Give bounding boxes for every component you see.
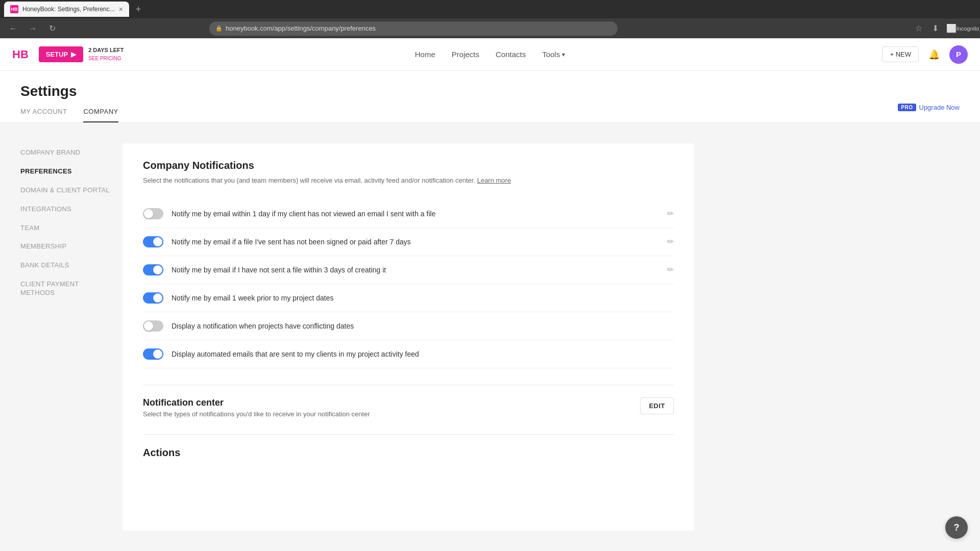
notif-center-title: Notification center bbox=[143, 397, 370, 408]
browser-chrome: HB HoneyBook: Settings, Preferenc... × +… bbox=[0, 0, 980, 38]
sidebar-item-preferences[interactable]: PREFERENCES bbox=[20, 162, 110, 181]
tab-favicon: HB bbox=[10, 5, 18, 13]
main-nav: Home Projects Contacts Tools ▾ bbox=[415, 50, 565, 59]
address-actions: ☆ ⬇ ⬜ Incognito bbox=[913, 22, 974, 35]
tab-bar: HB HoneyBook: Settings, Preferenc... × + bbox=[0, 0, 980, 18]
edit-icon-2[interactable]: ✏ bbox=[667, 237, 674, 246]
sidebar-item-team[interactable]: TEAM bbox=[20, 219, 110, 238]
toggle-3[interactable] bbox=[143, 264, 163, 276]
notification-center-section: Notification center Select the types of … bbox=[143, 385, 674, 418]
actions-title: Actions bbox=[143, 447, 674, 459]
toggle-1[interactable] bbox=[143, 208, 163, 219]
toggle-label-1: Notify me by email within 1 day if my cl… bbox=[172, 210, 435, 218]
pro-badge: PRO bbox=[898, 104, 916, 111]
toggle-left-4: Notify me by email 1 week prior to my pr… bbox=[143, 292, 333, 304]
settings-tabs: MY ACCOUNT COMPANY PRO Upgrade Now bbox=[20, 108, 960, 122]
main-content: Settings MY ACCOUNT COMPANY PRO Upgrade … bbox=[0, 71, 980, 551]
avatar[interactable]: P bbox=[949, 45, 968, 64]
notifications-section-desc: Select the notifications that you (and t… bbox=[143, 176, 674, 186]
notif-center-header: Notification center Select the types of … bbox=[143, 397, 674, 418]
tab-company[interactable]: COMPANY bbox=[83, 108, 118, 122]
toggle-6[interactable] bbox=[143, 348, 163, 360]
nav-contacts[interactable]: Contacts bbox=[496, 50, 526, 59]
toggle-left-1: Notify me by email within 1 day if my cl… bbox=[143, 208, 435, 219]
toggle-2[interactable] bbox=[143, 236, 163, 247]
toggle-row-1: Notify me by email within 1 day if my cl… bbox=[143, 200, 674, 228]
toggle-left-2: Notify me by email if a file I've sent h… bbox=[143, 236, 411, 247]
toggle-thumb-6 bbox=[153, 349, 162, 359]
toggle-thumb-1 bbox=[144, 209, 153, 218]
star-icon[interactable]: ☆ bbox=[913, 22, 925, 35]
edit-icon-1[interactable]: ✏ bbox=[667, 209, 674, 218]
forward-button[interactable]: → bbox=[26, 21, 40, 36]
setup-label: SETUP bbox=[46, 51, 68, 58]
app-header: HB SETUP ▶ 2 DAYS LEFT SEE PRICING Home … bbox=[0, 38, 980, 71]
nav-home[interactable]: Home bbox=[415, 50, 435, 59]
notifications-section-title: Company Notifications bbox=[143, 160, 674, 171]
edit-notification-center-button[interactable]: EDIT bbox=[640, 397, 674, 414]
new-tab-button[interactable]: + bbox=[131, 2, 145, 16]
learn-more-link[interactable]: Learn more bbox=[477, 177, 511, 184]
header-actions: + NEW 🔔 P bbox=[882, 45, 968, 64]
notification-button[interactable]: 🔔 bbox=[925, 45, 943, 64]
edit-icon-3[interactable]: ✏ bbox=[667, 265, 674, 274]
notif-center-text: Notification center Select the types of … bbox=[143, 397, 370, 418]
url-input[interactable]: 🔒 honeybook.com/app/settings/company/pre… bbox=[209, 21, 618, 36]
tab-title: HoneyBook: Settings, Preferenc... bbox=[22, 6, 115, 13]
toggle-label-6: Display automated emails that are sent t… bbox=[172, 350, 419, 358]
tab-close-button[interactable]: × bbox=[119, 5, 123, 13]
trial-info: 2 DAYS LEFT SEE PRICING bbox=[88, 46, 124, 62]
toggle-row-3: Notify me by email if I have not sent a … bbox=[143, 256, 674, 284]
setup-button[interactable]: SETUP ▶ bbox=[39, 46, 83, 62]
tools-chevron-icon: ▾ bbox=[562, 51, 565, 58]
body-layout: COMPANY BRAND PREFERENCES DOMAIN & CLIEN… bbox=[0, 123, 715, 551]
sidebar-item-bank-details[interactable]: BANK DETAILS bbox=[20, 256, 110, 275]
toggle-thumb-4 bbox=[153, 293, 162, 303]
help-button[interactable]: ? bbox=[945, 516, 968, 539]
toggle-row-5: Display a notification when projects hav… bbox=[143, 312, 674, 340]
sidebar-item-domain-client-portal[interactable]: DOMAIN & CLIENT PORTAL bbox=[20, 181, 110, 200]
active-tab[interactable]: HB HoneyBook: Settings, Preferenc... × bbox=[4, 2, 129, 17]
app-logo: HB bbox=[12, 48, 29, 61]
toggle-left-3: Notify me by email if I have not sent a … bbox=[143, 264, 386, 276]
nav-tools-menu[interactable]: Tools ▾ bbox=[542, 50, 565, 59]
settings-header: Settings MY ACCOUNT COMPANY PRO Upgrade … bbox=[0, 71, 980, 123]
toggle-left-5: Display a notification when projects hav… bbox=[143, 320, 354, 332]
toggle-label-3: Notify me by email if I have not sent a … bbox=[172, 266, 386, 274]
toggle-4[interactable] bbox=[143, 292, 163, 304]
lock-icon: 🔒 bbox=[215, 25, 223, 32]
toggle-left-6: Display automated emails that are sent t… bbox=[143, 348, 419, 360]
nav-projects[interactable]: Projects bbox=[452, 50, 479, 59]
back-button[interactable]: ← bbox=[6, 21, 20, 36]
toggle-row-2: Notify me by email if a file I've sent h… bbox=[143, 228, 674, 256]
toggle-5[interactable] bbox=[143, 320, 163, 332]
content-area: Company Notifications Select the notific… bbox=[122, 143, 694, 531]
sidebar-item-client-payment-methods[interactable]: CLIENT PAYMENT METHODS bbox=[20, 275, 110, 303]
pro-badge-area: PRO Upgrade Now bbox=[898, 104, 960, 111]
sidebar-item-membership[interactable]: MEMBERSHIP bbox=[20, 237, 110, 256]
setup-arrow: ▶ bbox=[71, 51, 76, 58]
sidebar-item-integrations[interactable]: INTEGRATIONS bbox=[20, 200, 110, 219]
notif-center-desc: Select the types of notifications you'd … bbox=[143, 410, 370, 418]
url-text: honeybook.com/app/settings/company/prefe… bbox=[226, 24, 376, 32]
toggle-thumb-2 bbox=[153, 237, 162, 246]
toggle-row-4: Notify me by email 1 week prior to my pr… bbox=[143, 284, 674, 312]
toggle-label-4: Notify me by email 1 week prior to my pr… bbox=[172, 294, 333, 302]
settings-title: Settings bbox=[20, 83, 960, 99]
extensions-icon[interactable]: ⬜ bbox=[945, 22, 958, 35]
upgrade-now-link[interactable]: Upgrade Now bbox=[919, 104, 960, 111]
sidebar-item-company-brand[interactable]: COMPANY BRAND bbox=[20, 143, 110, 162]
new-button[interactable]: + NEW bbox=[882, 46, 919, 62]
tab-my-account[interactable]: MY ACCOUNT bbox=[20, 108, 67, 122]
toggle-thumb-3 bbox=[153, 265, 162, 274]
download-icon[interactable]: ⬇ bbox=[929, 22, 941, 35]
toggle-label-2: Notify me by email if a file I've sent h… bbox=[172, 238, 411, 246]
address-bar: ← → ↻ 🔒 honeybook.com/app/settings/compa… bbox=[0, 18, 980, 38]
actions-section: Actions bbox=[143, 434, 674, 459]
toggle-label-5: Display a notification when projects hav… bbox=[172, 322, 354, 330]
refresh-button[interactable]: ↻ bbox=[45, 21, 59, 36]
trial-days: 2 DAYS LEFT bbox=[88, 46, 124, 54]
see-pricing-link[interactable]: SEE PRICING bbox=[88, 56, 121, 61]
nav-tools: Tools bbox=[542, 50, 560, 59]
incognito-label: Incognito bbox=[962, 22, 974, 35]
